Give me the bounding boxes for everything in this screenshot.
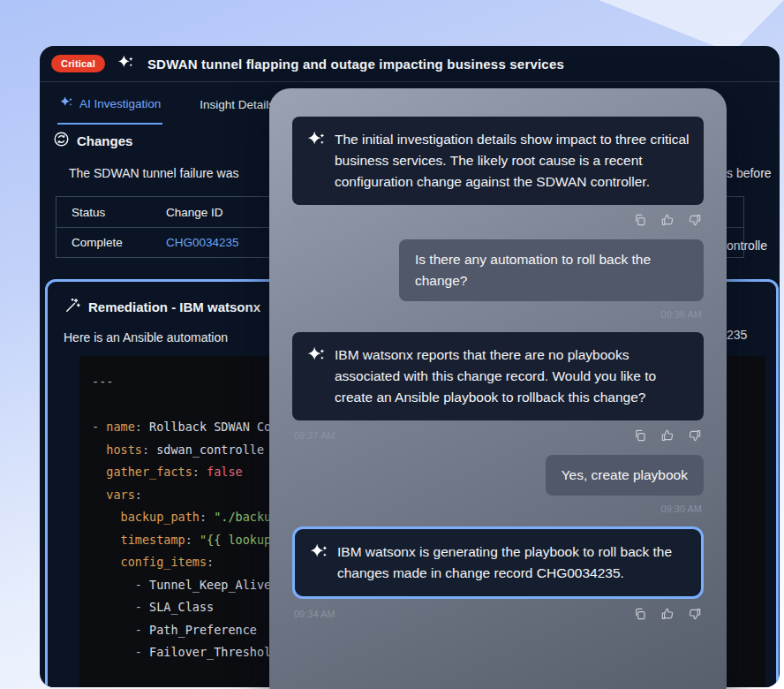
watsonx-sparkle-icon [306, 344, 326, 408]
message-actions [633, 213, 702, 227]
critical-badge: Critical [51, 55, 105, 72]
change-id-cell: CHG0034235 [151, 236, 283, 249]
copy-icon[interactable] [633, 607, 647, 621]
copy-icon[interactable] [633, 428, 647, 443]
chat-panel-frame: The initial investigation details show i… [269, 88, 727, 689]
table-cell-fragment: ontrolle [727, 238, 767, 253]
tab-label: AI Investigation [79, 97, 161, 110]
message-meta: 09:34 AM [292, 607, 704, 621]
changes-heading: Changes [77, 133, 132, 148]
message-actions [633, 428, 702, 443]
message-timestamp: 09:34 AM [294, 215, 335, 225]
ai-message: The initial investigation details show i… [292, 117, 704, 227]
copy-icon[interactable] [633, 213, 647, 227]
tab-insight-details[interactable]: Insight Details [198, 90, 276, 125]
message-timestamp: 09:37 AM [294, 430, 335, 441]
remediation-heading: Remediation - IBM watsonx [88, 299, 260, 314]
incident-header: Critical SDWAN tunnel flapping and outag… [40, 46, 780, 82]
changes-icon [53, 131, 70, 151]
column-header-change-id: Change ID [151, 206, 283, 219]
ai-message: IBM watsonx reports that there are no pl… [292, 332, 704, 443]
message-timestamp: 09:36 AM [661, 309, 702, 320]
ai-message-card: IBM watsonx reports that there are no pl… [292, 332, 704, 420]
thumbs-down-icon[interactable] [688, 428, 702, 443]
user-bubble: Is there any automation to roll back the… [399, 239, 704, 301]
user-message: Yes, create playbook09:30 AM [292, 455, 704, 514]
thumbs-up-icon[interactable] [660, 607, 675, 621]
message-meta: 09:34 AM [292, 213, 704, 227]
watsonx-sparkle-icon [309, 541, 328, 584]
tab-label: Insight Details [200, 98, 275, 111]
watsonx-sparkle-icon [306, 129, 326, 193]
change-link-fragment[interactable]: 235 [727, 328, 747, 342]
message-timestamp: 09:34 AM [294, 609, 335, 619]
tab-ai-investigation[interactable]: AI Investigation [57, 90, 162, 125]
thumbs-down-icon[interactable] [688, 213, 702, 227]
magic-wand-icon [64, 297, 81, 317]
ai-sparkle-icon [59, 95, 73, 112]
tab-bar: AI Investigation Insight Details [57, 90, 276, 125]
message-text: IBM watsonx is generating the playbook t… [337, 541, 687, 584]
chat-message-list[interactable]: The initial investigation details show i… [280, 99, 716, 689]
change-id-link[interactable]: CHG0034235 [166, 236, 239, 249]
message-text: IBM watsonx reports that there are no pl… [335, 344, 690, 408]
summary-fragment: s before [727, 166, 772, 180]
thumbs-down-icon[interactable] [688, 607, 702, 621]
ai-message: IBM watsonx is generating the playbook t… [292, 526, 704, 621]
column-header-status: Status [57, 206, 151, 219]
thumbs-up-icon[interactable] [660, 213, 675, 227]
watsonx-sparkle-icon [117, 53, 136, 75]
thumbs-up-icon[interactable] [660, 428, 675, 443]
message-text: The initial investigation details show i… [335, 129, 690, 193]
incident-title: SDWAN tunnel flapping and outage impacti… [147, 57, 564, 72]
user-bubble: Yes, create playbook [546, 455, 704, 496]
message-timestamp: 09:30 AM [661, 504, 702, 514]
user-message: Is there any automation to roll back the… [292, 239, 704, 320]
status-cell: Complete [57, 236, 151, 249]
ai-message-card: The initial investigation details show i… [292, 117, 704, 205]
message-meta: 09:37 AM [292, 428, 704, 443]
message-actions [633, 607, 702, 621]
background-wedge [599, 0, 784, 53]
ai-message-card-highlighted: IBM watsonx is generating the playbook t… [292, 526, 704, 599]
